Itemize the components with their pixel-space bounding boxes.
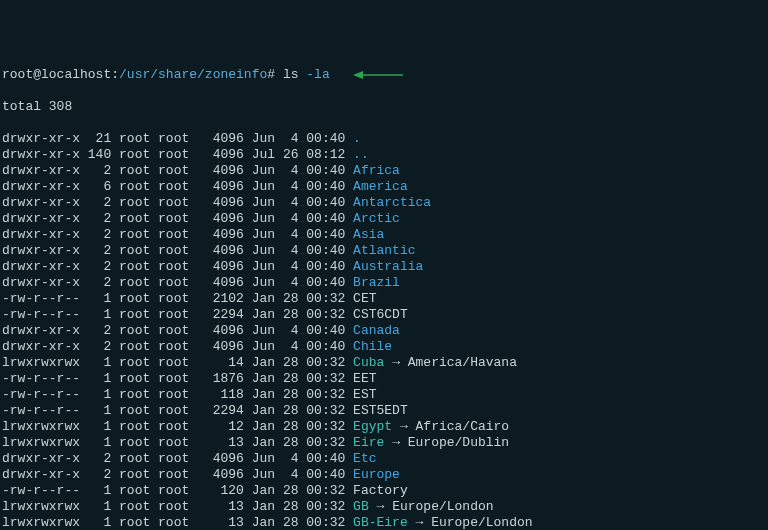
time: 00:40 — [299, 131, 354, 146]
symlink-arrow-icon: → — [392, 419, 415, 434]
group: root — [150, 179, 189, 194]
size: 13 — [189, 435, 244, 450]
listing-row: drwxr-xr-x 2 root root 4096 Jun 4 00:40 … — [2, 211, 768, 227]
entry-name: Antarctica — [353, 195, 431, 210]
perm: drwxr-xr-x — [2, 131, 80, 146]
annotation-arrow-icon — [353, 67, 403, 83]
total-line: total 308 — [2, 99, 768, 115]
entry-name: Cuba — [353, 355, 384, 370]
time: 00:32 — [299, 515, 354, 530]
size: 4096 — [189, 147, 244, 162]
time: 00:40 — [299, 227, 354, 242]
links-count: 2 — [80, 195, 119, 210]
month: Jan — [244, 307, 275, 322]
perm: -rw-r--r-- — [2, 291, 80, 306]
month: Jun — [244, 211, 275, 226]
group: root — [150, 307, 189, 322]
size: 120 — [189, 483, 244, 498]
month: Jun — [244, 339, 275, 354]
links-count: 1 — [80, 483, 119, 498]
perm: drwxr-xr-x — [2, 227, 80, 242]
perm: lrwxrwxrwx — [2, 499, 80, 514]
symlink-target: America/Havana — [408, 355, 517, 370]
group: root — [150, 483, 189, 498]
month: Jun — [244, 195, 275, 210]
day: 4 — [275, 451, 298, 466]
owner: root — [119, 419, 150, 434]
day: 28 — [275, 419, 298, 434]
owner: root — [119, 387, 150, 402]
time: 00:40 — [299, 259, 354, 274]
owner: root — [119, 435, 150, 450]
links-count: 1 — [80, 387, 119, 402]
month: Jun — [244, 163, 275, 178]
group: root — [150, 499, 189, 514]
perm: lrwxrwxrwx — [2, 435, 80, 450]
links-count: 2 — [80, 227, 119, 242]
entry-name: Asia — [353, 227, 384, 242]
listing-row: drwxr-xr-x 2 root root 4096 Jun 4 00:40 … — [2, 195, 768, 211]
size: 4096 — [189, 243, 244, 258]
links-count: 2 — [80, 259, 119, 274]
owner: root — [119, 211, 150, 226]
size: 13 — [189, 515, 244, 530]
links-count: 2 — [80, 451, 119, 466]
month: Jan — [244, 387, 275, 402]
time: 00:32 — [299, 403, 354, 418]
owner: root — [119, 195, 150, 210]
owner: root — [119, 483, 150, 498]
listing-row: drwxr-xr-x 2 root root 4096 Jun 4 00:40 … — [2, 339, 768, 355]
perm: drwxr-xr-x — [2, 179, 80, 194]
time: 00:40 — [299, 451, 354, 466]
perm: drwxr-xr-x — [2, 339, 80, 354]
listing-row: drwxr-xr-x 2 root root 4096 Jun 4 00:40 … — [2, 467, 768, 483]
listing-row: lrwxrwxrwx 1 root root 13 Jan 28 00:32 E… — [2, 435, 768, 451]
listing-row: lrwxrwxrwx 1 root root 13 Jan 28 00:32 G… — [2, 515, 768, 530]
month: Jan — [244, 499, 275, 514]
group: root — [150, 451, 189, 466]
owner: root — [119, 515, 150, 530]
size: 4096 — [189, 451, 244, 466]
entry-name: Australia — [353, 259, 423, 274]
command-option: -la — [306, 67, 329, 82]
month: Jan — [244, 419, 275, 434]
links-count: 1 — [80, 371, 119, 386]
month: Jun — [244, 227, 275, 242]
owner: root — [119, 467, 150, 482]
perm: drwxr-xr-x — [2, 243, 80, 258]
perm: drwxr-xr-x — [2, 211, 80, 226]
group: root — [150, 227, 189, 242]
day: 28 — [275, 355, 298, 370]
day: 4 — [275, 179, 298, 194]
entry-name: . — [353, 131, 361, 146]
size: 4096 — [189, 195, 244, 210]
time: 00:32 — [299, 435, 354, 450]
day: 28 — [275, 387, 298, 402]
owner: root — [119, 339, 150, 354]
listing-row: drwxr-xr-x 2 root root 4096 Jun 4 00:40 … — [2, 243, 768, 259]
entry-name: EST5EDT — [353, 403, 408, 418]
month: Jun — [244, 179, 275, 194]
links-count: 1 — [80, 515, 119, 530]
links-count: 2 — [80, 339, 119, 354]
day: 4 — [275, 323, 298, 338]
listing-row: drwxr-xr-x 2 root root 4096 Jun 4 00:40 … — [2, 451, 768, 467]
links-count: 1 — [80, 419, 119, 434]
day: 28 — [275, 291, 298, 306]
group: root — [150, 147, 189, 162]
symlink-arrow-icon: → — [384, 435, 407, 450]
perm: lrwxrwxrwx — [2, 515, 80, 530]
entry-name: GB-Eire — [353, 515, 408, 530]
owner: root — [119, 147, 150, 162]
listing-row: drwxr-xr-x 2 root root 4096 Jun 4 00:40 … — [2, 259, 768, 275]
day: 4 — [275, 259, 298, 274]
size: 12 — [189, 419, 244, 434]
month: Jan — [244, 515, 275, 530]
month: Jun — [244, 243, 275, 258]
symlink-target: Africa/Cairo — [416, 419, 510, 434]
listing-row: drwxr-xr-x 21 root root 4096 Jun 4 00:40… — [2, 131, 768, 147]
links-count: 1 — [80, 435, 119, 450]
entry-name: GB — [353, 499, 369, 514]
symlink-arrow-icon: → — [369, 499, 392, 514]
day: 4 — [275, 211, 298, 226]
